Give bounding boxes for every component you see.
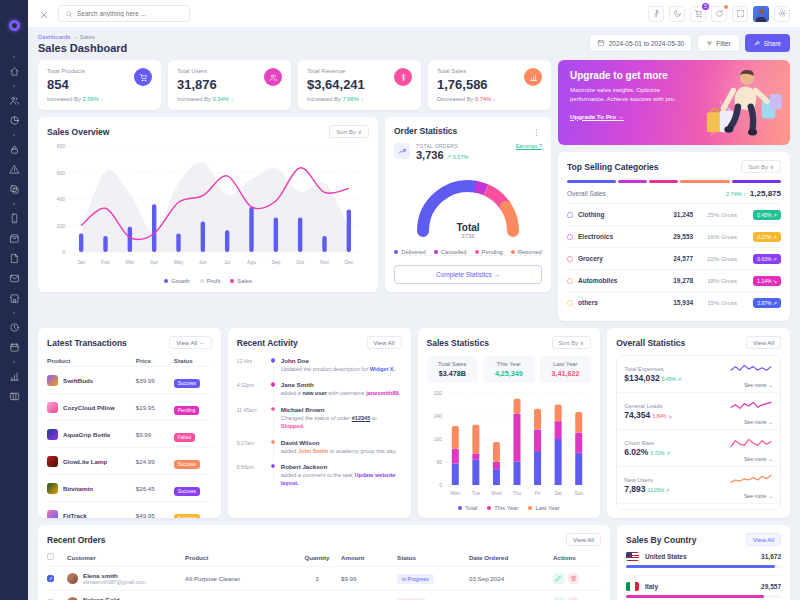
stat-label: Total Revenue [307,68,365,74]
moon-icon[interactable] [669,6,685,22]
sidebar-item-pie[interactable] [8,114,21,127]
delete-button[interactable] [568,573,579,584]
stat-change: Increased By 2.56% ↑ [47,96,152,102]
activity-view-all-button[interactable]: View All [367,336,402,349]
phone-icon [9,213,20,224]
expand-icon[interactable] [732,6,748,22]
stat-change: Decreased By 0.74% ↓ [437,96,542,102]
svg-text:0: 0 [62,249,65,255]
sales-by-country-title: Sales By Country [626,535,696,545]
users-icon [269,73,278,82]
earnings-link[interactable]: Earnings ? [516,143,542,149]
transactions-view-all-button[interactable]: View All → [169,336,212,349]
sidebar-item-users[interactable] [8,94,21,107]
sales-statistics-chart: 080160240320MonTueWedThuFriSatSun [427,387,592,503]
country-view-all-button[interactable]: View All [746,533,781,546]
activity-user: Robert Jackson [281,463,402,470]
close-icon[interactable] [38,8,50,20]
select-all-checkbox[interactable] [47,553,54,560]
category-row: others15,93415% Gross3.87% ↗ [567,292,781,313]
edit-button[interactable] [553,573,564,584]
refresh-icon[interactable] [711,6,727,22]
orders-column-header: Customer [67,554,185,561]
sidebar-item-lock[interactable] [8,143,21,156]
orders-gauge-chart: Total 3736 [406,167,530,243]
app-logo[interactable] [0,0,28,50]
sidebar-item-chart[interactable] [8,370,21,383]
see-more-link[interactable]: See more → [729,419,773,425]
svg-text:Sep: Sep [271,259,280,265]
sidebar-item-file[interactable] [8,252,21,265]
sidebar-item-card[interactable] [8,390,21,403]
see-more-link[interactable]: See more → [729,382,773,388]
overall-sales-change: 2.74% ↑ [726,191,746,197]
activity-item: 4:32pmJane Smithadded a new user with us… [237,381,402,397]
order-status-badge: In Progress [397,574,434,584]
product-name: AquaGrip Bottle [63,431,110,438]
product-name: GlowLite Lamp [63,458,107,465]
sidebar-item-clock[interactable] [8,321,21,334]
sales-statistics-sort-button[interactable]: Sort By ∨ [552,336,592,349]
categories-list: Clothing31,24525% Gross0.45% ↗Electronic… [567,204,781,313]
share-button[interactable]: Share [745,34,790,52]
legend-item: Last Year [528,505,559,511]
search-input[interactable] [77,10,183,17]
kebab-menu-icon[interactable] [530,125,542,137]
stat-name: Total Expenses [624,366,681,372]
orders-column-header: Quantity [293,554,341,561]
sidebar-item-copy[interactable] [8,183,21,196]
breadcrumb-dashboards[interactable]: Dashboards [38,34,70,40]
timeline-dot [271,358,276,363]
orders-view-all-button[interactable]: View All [566,533,601,546]
sidebar-item-store[interactable] [8,292,21,305]
overall-view-all-button[interactable]: View All [746,336,781,349]
sidebar-item-alert[interactable] [8,163,21,176]
complete-statistics-button[interactable]: Complete Statistics → [394,265,542,284]
sales-statistics-summary: Total Sales$3.478BThis Year4,25,349Last … [427,356,592,383]
date-range-picker[interactable]: 2024-05-01 to 2024-05-30 [589,34,693,52]
filter-button[interactable]: Filter [697,34,739,52]
see-more-link[interactable]: See more → [729,493,773,499]
orders-table: CustomerProductQuantityAmountStatusDate … [47,546,601,600]
avatar [759,9,764,14]
sidebar [0,0,28,600]
activity-text: added a new user with username janesmith… [281,389,402,397]
activity-user: John Doe [281,357,402,364]
sidebar-item-mail[interactable] [8,272,21,285]
orders-column-header: Actions [553,554,601,561]
sidebar-item-box[interactable] [8,232,21,245]
product-thumbnail [47,375,58,386]
transaction-row: SwiftBuds$39.99Success [47,366,212,393]
category-badge: 3.87% ↗ [753,298,781,308]
avatar[interactable] [753,6,769,22]
transaction-row: AquaGrip Bottle$9.99Failed [47,420,212,447]
page-title: Sales Dashboard [38,42,127,54]
trend-icon [394,143,410,159]
sidebar-item-home[interactable] [8,65,21,78]
activity-text: Updated the product description for Widg… [281,365,402,373]
activity-timeline: 12 HrsJohn DoeUpdated the product descri… [237,357,402,496]
sales-overview-sort-button[interactable]: Sort By ∨ [329,125,369,138]
see-more-link[interactable]: See more → [729,456,773,462]
cart-badge: 5 [702,3,709,10]
upgrade-banner: Upgrade to get more Maximize sales insig… [558,60,790,145]
gear-icon[interactable] [774,6,790,22]
product-name: Bitvitamin [63,485,93,492]
sales-overview-panel: Sales Overview Sort By ∨ 0200400600800Ja… [38,117,378,292]
upgrade-pro-link[interactable]: Upgrade To Pro → [570,113,624,120]
top-categories-sort-button[interactable]: Sort By ∨ [741,160,781,173]
status-badge: Pending [174,406,200,415]
topbar: 5 [28,0,800,28]
overall-statistics-list: Total Expenses$134,0320.45% ↗See more →G… [616,355,781,510]
stat-value: 854 [47,77,85,92]
row-checkbox[interactable] [47,575,54,582]
sidebar-item-phone[interactable] [8,212,21,225]
accessibility-icon[interactable] [648,6,664,22]
cart-icon[interactable]: 5 [690,6,706,22]
svg-text:Fri: Fri [534,490,540,496]
logo-ring-icon [9,20,20,31]
sidebar-item-calendar[interactable] [8,341,21,354]
sales-overview-title: Sales Overview [47,127,109,137]
us-flag-icon [626,552,639,561]
stat-name: New Users [624,477,669,483]
